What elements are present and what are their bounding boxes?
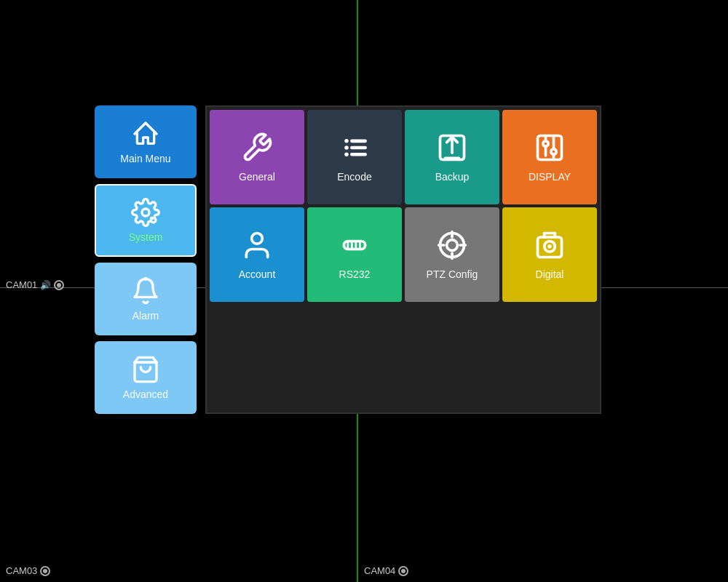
cam03-icon: [40, 566, 50, 576]
account-button[interactable]: Account: [210, 207, 304, 302]
digital-button[interactable]: Digital: [502, 207, 597, 302]
system-button[interactable]: System: [95, 184, 197, 257]
wrench-icon: [241, 132, 273, 164]
cam03-label: CAM03: [6, 565, 50, 576]
sliders-icon: [534, 132, 566, 164]
svg-point-0: [142, 209, 149, 216]
svg-point-20: [252, 234, 263, 244]
main-panel: Main Menu System Alarm: [95, 105, 601, 414]
display-button[interactable]: DISPLAY: [502, 110, 597, 204]
ptz-button[interactable]: PTZ Config: [405, 207, 499, 302]
user-icon: [241, 229, 273, 261]
sidebar: Main Menu System Alarm: [95, 105, 197, 414]
encode-button[interactable]: Encode: [307, 110, 402, 204]
home-icon: [131, 119, 160, 148]
camera-icon: [534, 229, 566, 261]
backup-button[interactable]: Backup: [405, 110, 499, 204]
bell-icon: [131, 276, 160, 306]
advanced-button[interactable]: Advanced: [95, 341, 197, 414]
svg-point-34: [547, 244, 552, 249]
target-icon: [436, 229, 468, 261]
list-icon: [339, 132, 371, 164]
svg-point-1: [150, 217, 154, 220]
svg-point-8: [344, 152, 349, 156]
rs232-button[interactable]: RS232: [307, 207, 402, 302]
cam01-label: CAM01 🔊: [6, 279, 64, 290]
alarm-button[interactable]: Alarm: [95, 263, 197, 335]
svg-point-4: [344, 139, 349, 143]
bag-icon: [131, 355, 160, 384]
upload-icon: [436, 132, 468, 164]
grid-menu: General Encode Backup: [205, 105, 601, 414]
main-menu-button[interactable]: Main Menu: [95, 105, 197, 178]
svg-point-27: [447, 240, 458, 251]
svg-rect-13: [538, 136, 562, 160]
svg-point-6: [344, 146, 349, 150]
general-button[interactable]: General: [210, 110, 304, 204]
chip-icon: [339, 229, 371, 261]
cam04-label: CAM04: [364, 565, 408, 576]
cam04-icon: [398, 566, 408, 576]
cam01-icon: [54, 280, 64, 290]
gear-icon: [131, 198, 160, 227]
